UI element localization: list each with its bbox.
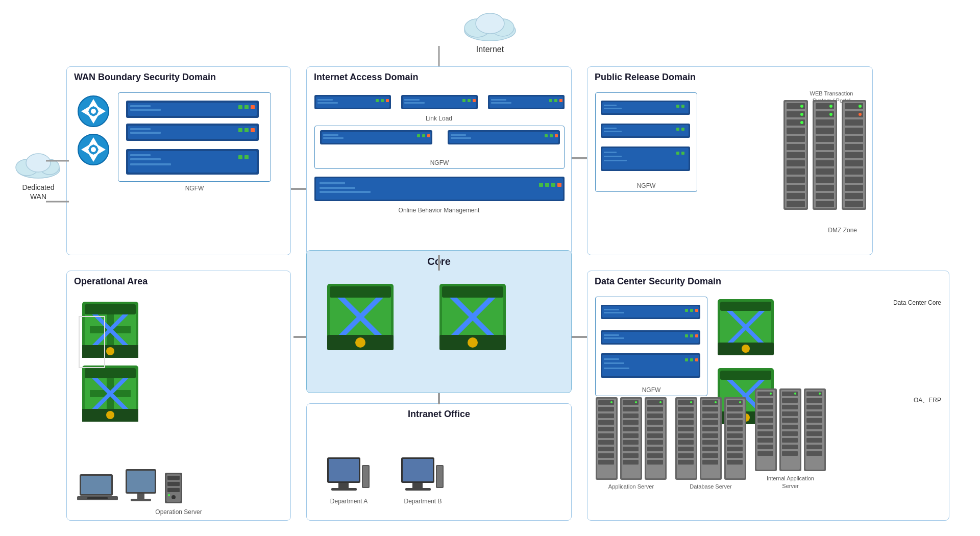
svg-point-154	[859, 105, 862, 108]
svg-rect-54	[473, 99, 476, 102]
intranet-domain: Intranet Office Department A	[306, 403, 572, 521]
svg-rect-136	[816, 201, 834, 207]
svg-rect-146	[845, 144, 863, 150]
svg-point-13	[91, 109, 96, 114]
svg-rect-250	[720, 371, 771, 380]
svg-rect-93	[604, 128, 617, 129]
svg-rect-23	[130, 109, 161, 111]
svg-rect-221	[695, 309, 698, 312]
svg-rect-217	[604, 309, 619, 310]
svg-rect-256	[598, 420, 614, 425]
svg-rect-101	[604, 160, 627, 161]
wan-label: DedicatedWAN	[5, 183, 71, 201]
svg-rect-173	[85, 368, 136, 378]
svg-rect-363	[806, 431, 822, 436]
operation-server-group	[77, 469, 183, 505]
app-server-racks	[595, 397, 667, 481]
svg-rect-79	[320, 187, 355, 189]
datacenter-domain: Data Center Security Domain	[587, 271, 949, 521]
internet-access-domain: Internet Access Domain	[306, 66, 572, 255]
svg-rect-81	[539, 183, 543, 187]
svg-rect-78	[320, 182, 345, 184]
svg-rect-60	[554, 99, 557, 102]
svg-point-19	[91, 147, 96, 152]
svg-point-119	[800, 105, 803, 108]
dc-fw-1	[601, 305, 700, 322]
public-fw-1	[601, 101, 690, 118]
svg-rect-282	[647, 420, 663, 425]
svg-rect-112	[787, 152, 805, 158]
svg-rect-272	[623, 440, 639, 445]
svg-point-289	[659, 401, 662, 403]
svg-rect-243	[720, 302, 771, 311]
svg-point-155	[859, 113, 862, 116]
svg-rect-322	[727, 427, 743, 431]
wan-boundary-domain: WAN Boundary Security Domain	[66, 66, 291, 255]
svg-point-201	[468, 337, 478, 348]
svg-rect-220	[690, 309, 693, 312]
svg-rect-99	[604, 152, 617, 153]
svg-rect-153	[845, 201, 863, 207]
db-server-racks	[675, 397, 747, 481]
svg-rect-333	[757, 405, 773, 409]
svg-rect-312	[702, 447, 718, 451]
svg-rect-350	[782, 431, 798, 436]
wan-boundary-title: WAN Boundary Security Domain	[67, 67, 290, 86]
svg-rect-345	[782, 398, 798, 403]
svg-rect-144	[845, 128, 863, 134]
svg-rect-327	[727, 460, 743, 465]
svg-rect-320	[727, 413, 743, 418]
svg-rect-32	[244, 128, 249, 132]
svg-rect-145	[845, 136, 863, 142]
public-fw-2	[601, 124, 690, 141]
svg-rect-149	[845, 168, 863, 175]
svg-rect-30	[130, 132, 161, 134]
svg-point-3	[476, 13, 504, 34]
svg-rect-308	[702, 420, 718, 425]
svg-rect-150	[845, 177, 863, 183]
svg-rect-338	[757, 438, 773, 443]
svg-rect-324	[727, 440, 743, 445]
svg-rect-227	[690, 334, 693, 337]
svg-rect-288	[647, 460, 663, 465]
svg-rect-361	[806, 418, 822, 423]
oa-erp-label: OA、ERP	[914, 396, 941, 405]
svg-rect-80	[320, 191, 371, 193]
svg-rect-232	[604, 362, 624, 364]
svg-rect-44	[317, 102, 338, 104]
public-release-domain: Public Release Domain WEB TransactionSys…	[587, 66, 873, 255]
svg-rect-31	[238, 128, 242, 132]
svg-rect-26	[251, 105, 255, 109]
svg-rect-143	[845, 119, 863, 126]
svg-rect-214	[437, 466, 443, 487]
dc-fw-2	[601, 330, 700, 348]
svg-rect-130	[816, 152, 834, 158]
svg-rect-269	[623, 420, 639, 425]
internet-fw-2	[448, 130, 560, 148]
svg-rect-254	[598, 407, 614, 411]
svg-rect-224	[604, 334, 619, 336]
svg-rect-88	[604, 108, 622, 109]
svg-rect-38	[130, 163, 171, 165]
dc-ngfw-inner-box: NGFW	[595, 297, 707, 396]
svg-point-276	[635, 401, 637, 403]
svg-rect-280	[647, 407, 663, 411]
svg-rect-68	[427, 134, 430, 137]
wan-fw-2	[126, 124, 259, 143]
svg-rect-50	[404, 99, 420, 101]
svg-rect-273	[623, 447, 639, 451]
svg-rect-208	[363, 466, 369, 487]
svg-rect-233	[604, 368, 629, 369]
wan-router-2	[77, 133, 110, 168]
svg-rect-306	[702, 407, 718, 411]
svg-rect-126	[816, 119, 834, 126]
dept-b-label: Department B	[401, 498, 445, 505]
wan-router-1	[77, 95, 110, 130]
internet-label: Internet	[439, 45, 541, 54]
svg-rect-115	[787, 177, 805, 183]
svg-rect-39	[238, 155, 242, 159]
svg-rect-45	[376, 99, 379, 102]
svg-rect-128	[816, 136, 834, 142]
internal-server-group: Internal ApplicationServer	[754, 388, 826, 490]
svg-rect-262	[598, 460, 614, 465]
